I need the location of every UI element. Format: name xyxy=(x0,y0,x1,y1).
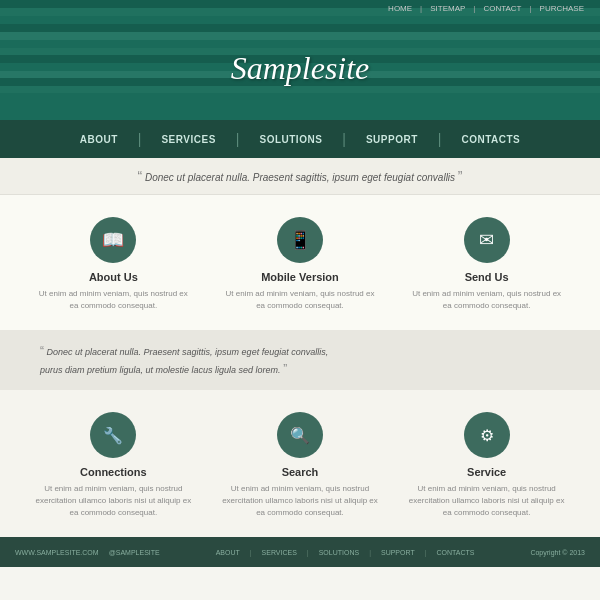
footer-left: WWW.SAMPLESITE.COM @SAMPLESITE xyxy=(15,549,160,556)
nav-solutions[interactable]: SOLUTIONS xyxy=(239,120,342,158)
footer-sep4: | xyxy=(420,549,432,556)
about-us-icon: 📖 xyxy=(90,217,136,263)
connections-icon: 🔧 xyxy=(90,412,136,458)
quote-text-1: Donec ut placerat nulla. Praesent sagitt… xyxy=(145,172,455,183)
connections-desc: Ut enim ad minim veniam, quis nostrud ex… xyxy=(33,483,193,519)
header-stripes: HOME | SITEMAP | CONTACT | PURCHASE Samp… xyxy=(0,0,600,120)
footer-sep3: | xyxy=(364,549,376,556)
send-us-title: Send Us xyxy=(407,271,567,283)
nav-about[interactable]: ABOUT xyxy=(60,120,138,158)
send-us-desc: Ut enim ad minim veniam, quis nostrud ex… xyxy=(407,288,567,312)
footer-social: @SAMPLESITE xyxy=(109,549,160,556)
features-section: 📖 About Us Ut enim ad minim veniam, quis… xyxy=(0,195,600,330)
about-us-desc: Ut enim ad minim veniam, quis nostrud ex… xyxy=(33,288,193,312)
nav-services[interactable]: SERVICES xyxy=(141,120,235,158)
top-nav: HOME | SITEMAP | CONTACT | PURCHASE xyxy=(382,4,590,13)
connections-title: Connections xyxy=(33,466,193,478)
send-us-icon: ✉ xyxy=(464,217,510,263)
footer-nav-services[interactable]: SERVICES xyxy=(257,549,302,556)
footer: WWW.SAMPLESITE.COM @SAMPLESITE ABOUT | S… xyxy=(0,537,600,567)
feature-send-us: ✉ Send Us Ut enim ad minim veniam, quis … xyxy=(407,217,567,312)
site-title: Samplesite xyxy=(231,50,370,87)
about-us-title: About Us xyxy=(33,271,193,283)
topnav-purchase[interactable]: PURCHASE xyxy=(534,4,590,13)
footer-nav-about[interactable]: ABOUT xyxy=(211,549,245,556)
close-quote-1: ” xyxy=(458,168,463,184)
footer-site: WWW.SAMPLESITE.COM xyxy=(15,549,99,556)
footer-nav-contacts[interactable]: CONTACTS xyxy=(432,549,480,556)
search-icon: 🔍 xyxy=(277,412,323,458)
footer-nav-support[interactable]: SUPPORT xyxy=(376,549,420,556)
services-section: 🔧 Connections Ut enim ad minim veniam, q… xyxy=(0,390,600,537)
quote-bar-2: “ Donec ut placerat nulla. Praesent sagi… xyxy=(0,330,600,390)
open-quote-2: “ xyxy=(40,344,44,358)
footer-nav-solutions[interactable]: SOLUTIONS xyxy=(314,549,364,556)
feature-about-us: 📖 About Us Ut enim ad minim veniam, quis… xyxy=(33,217,193,312)
search-desc: Ut enim ad minim veniam, quis nostrud ex… xyxy=(220,483,380,519)
mobile-icon: 📱 xyxy=(277,217,323,263)
service-title: Service xyxy=(407,466,567,478)
footer-sep2: | xyxy=(302,549,314,556)
service-connections: 🔧 Connections Ut enim ad minim veniam, q… xyxy=(33,412,193,519)
search-title: Search xyxy=(220,466,380,478)
service-desc: Ut enim ad minim veniam, quis nostrud ex… xyxy=(407,483,567,519)
mobile-desc: Ut enim ad minim veniam, quis nostrud ex… xyxy=(220,288,380,312)
close-quote-2: ” xyxy=(283,362,287,376)
service-search: 🔍 Search Ut enim ad minim veniam, quis n… xyxy=(220,412,380,519)
topnav-home[interactable]: HOME xyxy=(382,4,418,13)
open-quote-1: “ xyxy=(137,168,142,184)
nav-support[interactable]: SUPPORT xyxy=(346,120,438,158)
service-icon: ⚙ xyxy=(464,412,510,458)
main-nav: ABOUT | SERVICES | SOLUTIONS | SUPPORT |… xyxy=(0,120,600,158)
footer-sep1: | xyxy=(245,549,257,556)
quote-bar-1: “ Donec ut placerat nulla. Praesent sagi… xyxy=(0,158,600,195)
topnav-sitemap[interactable]: SITEMAP xyxy=(424,4,471,13)
topnav-contact[interactable]: CONTACT xyxy=(477,4,527,13)
footer-nav: ABOUT | SERVICES | SOLUTIONS | SUPPORT |… xyxy=(211,549,480,556)
feature-mobile: 📱 Mobile Version Ut enim ad minim veniam… xyxy=(220,217,380,312)
nav-contacts[interactable]: CONTACTS xyxy=(441,120,540,158)
footer-copyright: Copyright © 2013 xyxy=(530,549,585,556)
service-service: ⚙ Service Ut enim ad minim veniam, quis … xyxy=(407,412,567,519)
mobile-title: Mobile Version xyxy=(220,271,380,283)
